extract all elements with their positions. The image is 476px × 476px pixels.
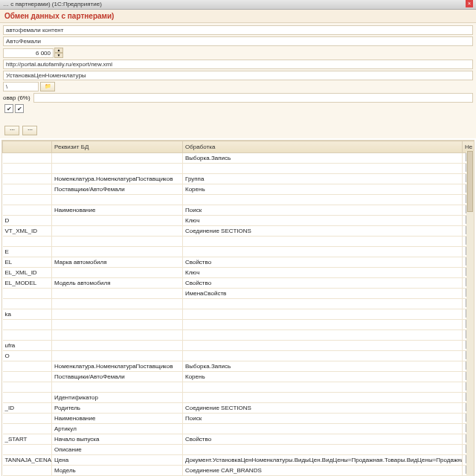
field-tovar[interactable] xyxy=(33,93,473,103)
cell-key: ka xyxy=(3,309,52,320)
cell-obrabotka: Ключ xyxy=(183,268,463,278)
cell-rekvisit xyxy=(52,320,183,330)
label-tovar: овар (6%) xyxy=(3,94,33,101)
checkbox-1[interactable]: ✔ xyxy=(4,104,13,113)
cell-key xyxy=(3,466,52,476)
cell-key: VT_XML_ID xyxy=(3,226,52,237)
vertical-scrollbar[interactable] xyxy=(466,151,474,476)
cell-obrabotka xyxy=(183,424,463,434)
table-row[interactable] xyxy=(3,320,475,330)
cell-obrabotka xyxy=(183,382,463,393)
table-row[interactable]: Идентификатор xyxy=(3,393,475,403)
browse-button[interactable]: 📁 xyxy=(40,82,55,91)
table-row[interactable]: ИменаСвойств xyxy=(3,289,475,299)
col-obrabotka[interactable]: Обработка xyxy=(183,141,463,153)
cell-rekvisit: Марка автомобиля xyxy=(52,257,183,268)
table-row[interactable]: Поставщики/АвтоФемалиКорень xyxy=(3,184,475,195)
field-number[interactable]: 6 000 xyxy=(3,48,54,58)
number-spinner[interactable]: ▲▼ xyxy=(54,48,63,58)
table-row[interactable]: Выборка.Запись xyxy=(3,153,475,164)
table-row[interactable]: Описание xyxy=(3,445,475,455)
cell-rekvisit xyxy=(52,289,183,299)
cell-rekvisit: Модель xyxy=(52,466,183,476)
table-row[interactable]: ELМарка автомобиляСвойство xyxy=(3,257,475,268)
field-path[interactable]: \ xyxy=(3,82,39,91)
toolbar: ⋯ ⋯ xyxy=(0,124,476,137)
cell-rekvisit xyxy=(52,216,183,226)
cell-key xyxy=(3,393,52,403)
form-area: автофемали контент АвтоФемали 6 000 ▲▼ h… xyxy=(0,23,476,138)
table-row[interactable]: VT_XML_IDСоединение SECTIONS xyxy=(3,226,475,237)
cell-key: E xyxy=(3,247,52,257)
col-1[interactable] xyxy=(3,141,52,153)
table-row[interactable]: EL_XML_IDКлюч xyxy=(3,268,475,278)
cell-rekvisit: Поставщики/АвтоФемали xyxy=(52,372,183,382)
table-row[interactable]: ka xyxy=(3,309,475,320)
cell-obrabotka: Документ.УстановкаЦенНоменклатуры.ВидыЦе… xyxy=(183,455,463,466)
field-doc-type[interactable]: УстановкаЦенНоменклатуры xyxy=(3,71,473,80)
table-row[interactable]: Номенклатура.НоменклатураПоставщиковГруп… xyxy=(3,174,475,184)
close-icon[interactable]: × xyxy=(466,0,473,7)
cell-obrabotka xyxy=(183,195,463,205)
cell-rekvisit xyxy=(52,309,183,320)
cell-rekvisit: Номенклатура.НоменклатураПоставщиков xyxy=(52,361,183,372)
cell-obrabotka xyxy=(183,299,463,309)
page-title: Обмен данных с партнерами) xyxy=(0,10,476,23)
table-row[interactable] xyxy=(3,330,475,341)
table-row[interactable] xyxy=(3,164,475,174)
toolbar-btn-2[interactable]: ⋯ xyxy=(22,126,37,135)
table-row[interactable]: ufra xyxy=(3,341,475,351)
table-row[interactable]: Артикул xyxy=(3,424,475,434)
cell-rekvisit: Поставщики/АвтоФемали xyxy=(52,184,183,195)
cell-key xyxy=(3,299,52,309)
table-row[interactable]: Поставщики/АвтоФемалиКорень xyxy=(3,372,475,382)
cell-obrabotka xyxy=(183,320,463,330)
field-url[interactable]: http://portal.autofamily.ru/export/new.x… xyxy=(3,60,473,69)
table-row[interactable] xyxy=(3,299,475,309)
cell-rekvisit xyxy=(52,330,183,341)
cell-rekvisit xyxy=(52,382,183,393)
cell-key: EL_MODEL xyxy=(3,278,52,289)
cell-rekvisit: Начало выпуска xyxy=(52,434,183,445)
table-row[interactable]: EL_MODELМодель автомобиляСвойство xyxy=(3,278,475,289)
table-row[interactable]: МодельСоединение CAR_BRANDS xyxy=(3,466,475,476)
table-row[interactable]: _STARTНачало выпускаСвойство xyxy=(3,434,475,445)
cell-rekvisit xyxy=(52,195,183,205)
cell-obrabotka xyxy=(183,393,463,403)
cell-rekvisit xyxy=(52,268,183,278)
cell-key xyxy=(3,164,52,174)
cell-obrabotka: Выборка.Запись xyxy=(183,153,463,164)
cell-rekvisit xyxy=(52,237,183,247)
table-row[interactable]: TANNAJA_CENAЦенаДокумент.УстановкаЦенНом… xyxy=(3,455,475,466)
cell-rekvisit: Цена xyxy=(52,455,183,466)
table-row[interactable]: НаименованиеПоиск xyxy=(3,414,475,424)
table-row[interactable]: O xyxy=(3,351,475,361)
table-row[interactable]: НаименованиеПоиск xyxy=(3,205,475,216)
col-rekvisit[interactable]: Реквизит БД xyxy=(52,141,183,153)
cell-obrabotka xyxy=(183,330,463,341)
table-row[interactable] xyxy=(3,382,475,393)
cell-obrabotka: Поиск xyxy=(183,414,463,424)
table-row[interactable]: Номенклатура.НоменклатураПоставщиковВыбо… xyxy=(3,361,475,372)
field-partner[interactable]: АвтоФемали xyxy=(3,36,473,46)
table-row[interactable] xyxy=(3,237,475,247)
checkbox-2[interactable]: ✔ xyxy=(15,104,24,113)
field-content[interactable]: автофемали контент xyxy=(3,25,473,35)
cell-rekvisit xyxy=(52,247,183,257)
scrollbar-thumb[interactable] xyxy=(467,151,473,212)
cell-key: TANNAJA_CENA xyxy=(3,455,52,466)
table-row[interactable]: _IDРодительСоединение SECTIONS xyxy=(3,403,475,414)
cell-key xyxy=(3,414,52,424)
cell-rekvisit: Наименование xyxy=(52,205,183,216)
cell-rekvisit: Идентификатор xyxy=(52,393,183,403)
cell-key xyxy=(3,237,52,247)
table-row[interactable] xyxy=(3,195,475,205)
table-row[interactable]: E xyxy=(3,247,475,257)
cell-obrabotka: Выборка.Запись xyxy=(183,361,463,372)
cell-rekvisit: Родитель xyxy=(52,403,183,414)
table-row[interactable]: DКлюч xyxy=(3,216,475,226)
cell-obrabotka: Ключ xyxy=(183,216,463,226)
cell-key: D xyxy=(3,216,52,226)
cell-obrabotka: Соединение SECTIONS xyxy=(183,226,463,237)
toolbar-btn-1[interactable]: ⋯ xyxy=(4,126,19,135)
